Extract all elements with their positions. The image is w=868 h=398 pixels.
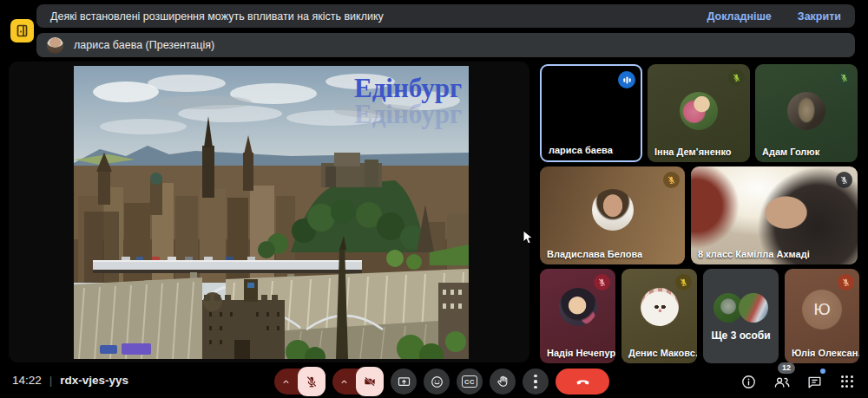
more-options-button[interactable] — [523, 369, 549, 395]
mic-muted-icon — [663, 172, 680, 188]
clock-time: 14:22 — [12, 374, 42, 387]
participant-tile-larysa[interactable]: лариса баева — [540, 64, 642, 162]
info-icon — [740, 374, 757, 390]
avatar — [641, 288, 679, 326]
participant-name: Адам Голюк — [762, 147, 819, 157]
meeting-code: rdx-vjes-yys — [60, 374, 128, 387]
avatar — [592, 189, 634, 231]
people-icon — [773, 374, 791, 390]
participant-tile-nadiia[interactable]: Надія Нечепур… — [540, 269, 615, 363]
raise-hand-button[interactable] — [490, 369, 516, 395]
participants-button[interactable]: 12 — [769, 370, 793, 393]
overflow-tile[interactable]: Ще 3 особи — [703, 269, 779, 363]
mic-muted-icon — [594, 274, 610, 290]
participant-tile-kamilla[interactable]: 8 класс Камілла Ахмаді — [691, 166, 858, 264]
avatar-letter: Ю — [802, 290, 842, 329]
participant-name: лариса баева — [549, 145, 613, 155]
meeting-details-button[interactable] — [736, 370, 760, 393]
divider: | — [49, 374, 53, 387]
presentation-area[interactable]: Едінбург Едінбург — [9, 62, 529, 362]
participant-name: Денис Маковс… — [628, 348, 697, 358]
chat-notification-dot — [820, 369, 825, 374]
participant-name: Інна Дем’яненко — [654, 147, 732, 157]
reactions-button[interactable] — [424, 369, 450, 395]
participant-name: 8 класс Камілла Ахмаді — [698, 249, 810, 259]
presentation-slide: Едінбург Едінбург — [74, 66, 469, 359]
captions-button[interactable]: CC — [457, 369, 483, 395]
chat-icon — [806, 374, 823, 390]
avatar — [680, 92, 718, 130]
participants-count-badge: 12 — [778, 362, 795, 374]
meeting-info: 14:22 | rdx-vjes-yys — [12, 374, 128, 387]
grid-dots-icon — [840, 375, 854, 388]
camera-off-button[interactable] — [356, 367, 384, 396]
camera-control-group — [332, 369, 384, 395]
phone-hangup-icon — [575, 374, 591, 390]
call-controls: CC — [274, 369, 609, 395]
participant-tile-denys[interactable]: Денис Маковс… — [621, 269, 697, 363]
mic-options-chevron-icon[interactable] — [274, 369, 298, 395]
close-banner-link[interactable]: Закрити — [798, 10, 841, 23]
avatar — [559, 288, 597, 326]
chat-button[interactable] — [802, 370, 826, 393]
mic-mute-button[interactable] — [298, 367, 326, 396]
presenter-banner: лариса баева (Презентація) — [36, 33, 855, 57]
participant-name: Надія Нечепур… — [547, 348, 615, 358]
door-glyph — [16, 24, 29, 37]
participant-tile-yuliia[interactable]: Ю Юлія Олексан… — [785, 269, 859, 363]
right-toolbar: 12 — [736, 370, 859, 393]
apps-grid-button[interactable] — [835, 370, 859, 393]
banner-message: Деякі встановлені розширення можуть впли… — [50, 10, 681, 23]
slide-title-reflection: Едінбург — [354, 99, 462, 129]
cc-label: CC — [462, 375, 478, 388]
present-screen-button[interactable] — [391, 369, 417, 395]
mic-muted-icon — [675, 274, 692, 290]
participant-tile-inna[interactable]: Інна Дем’яненко — [648, 64, 750, 162]
participant-tile-vladyslava[interactable]: Владислава Белова — [540, 166, 685, 264]
mic-muted-icon — [728, 69, 745, 86]
presenter-avatar — [47, 37, 63, 54]
end-call-button[interactable] — [556, 369, 609, 395]
mic-muted-icon — [838, 274, 854, 290]
extension-warning-banner: Деякі встановлені розширення можуть впли… — [36, 4, 855, 28]
mic-control-group — [274, 369, 326, 395]
overflow-label: Ще 3 особи — [703, 329, 779, 342]
overflow-avatars — [703, 293, 779, 323]
camera-options-chevron-icon[interactable] — [332, 369, 356, 395]
meet-window: Деякі встановлені розширення можуть впли… — [0, 0, 868, 398]
participant-name: Юлія Олексан… — [792, 348, 859, 358]
extension-icon[interactable] — [10, 19, 34, 42]
more-details-link[interactable]: Докладніше — [707, 10, 772, 23]
avatar — [787, 92, 825, 130]
mouse-cursor — [523, 230, 534, 245]
mic-muted-icon — [836, 172, 852, 188]
speaking-indicator-icon — [618, 71, 635, 88]
participant-tile-adam[interactable]: Адам Голюк — [755, 64, 858, 162]
mic-muted-icon — [836, 69, 852, 86]
participant-name: Владислава Белова — [547, 249, 642, 259]
presenter-label: лариса баева (Презентація) — [74, 39, 214, 51]
three-dots-icon — [534, 375, 536, 388]
